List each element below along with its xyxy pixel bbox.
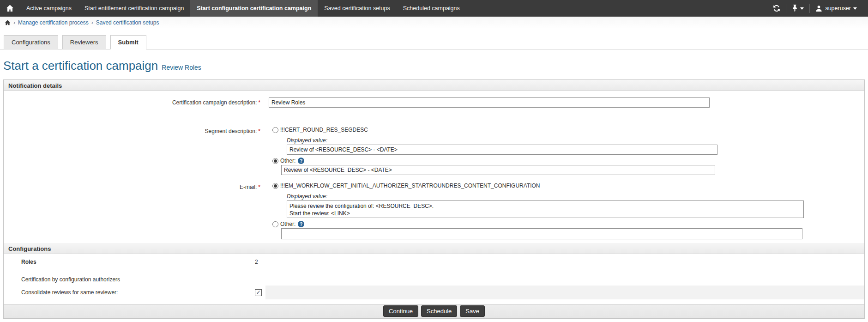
certification-by-row: Certification by configuration authorize… — [4, 273, 864, 286]
email-other-label: Other: — [280, 221, 295, 227]
breadcrumb-home-link[interactable] — [5, 20, 11, 25]
roles-label: Roles — [4, 259, 255, 265]
breadcrumb: › Manage certification process › Saved c… — [0, 17, 868, 29]
tab-bar: Configurations Reviewers Submit — [0, 35, 868, 49]
pin-icon — [792, 5, 798, 12]
email-displayed-value-textarea: Please review the configuration of: <RES… — [287, 200, 804, 218]
app-topnav: Active campaigns Start entitlement certi… — [0, 0, 868, 17]
segment-displayed-value-label: Displayed value: — [287, 137, 864, 144]
notification-details-form: Certification campaign description:* Seg… — [4, 91, 864, 243]
campaign-description-input[interactable] — [269, 97, 710, 108]
segment-description-row: Segment description:* !!!CERT_ROUND_RES_… — [4, 126, 864, 175]
email-row: E-mail:* !!!EM_WORKFLOW_CERT_INITIAL_AUT… — [4, 182, 864, 239]
user-icon — [815, 5, 822, 12]
tab-submit[interactable]: Submit — [110, 35, 146, 49]
refresh-icon — [773, 5, 780, 12]
consolidate-label: Consolidate reviews for same reviewer: — [4, 289, 255, 296]
campaign-description-label: Certification campaign description:* — [4, 97, 269, 108]
segment-description-label: Segment description:* — [4, 126, 269, 175]
breadcrumb-link-manage-certification[interactable]: Manage certification process — [18, 19, 89, 26]
campaign-description-row: Certification campaign description:* — [4, 97, 864, 108]
email-other-radio[interactable] — [272, 221, 278, 227]
title-row: Start a certification campaign Review Ro… — [3, 59, 868, 73]
row-spacer — [4, 299, 864, 304]
segment-other-radio[interactable] — [272, 158, 278, 164]
nav-item-start-configuration-campaign[interactable]: Start configuration certification campai… — [190, 0, 318, 17]
home-icon — [6, 5, 14, 12]
notification-details-section-header: Notification details — [4, 80, 864, 91]
email-key-radio[interactable] — [272, 183, 278, 189]
roles-row: Roles 2 — [4, 254, 864, 270]
schedule-button[interactable]: Schedule — [421, 305, 457, 317]
email-other-option-row: Other: ? — [272, 220, 864, 228]
segment-displayed-value-input — [287, 145, 717, 155]
nav-item-start-entitlement-campaign[interactable]: Start entitlement certification campaign — [78, 0, 190, 17]
consolidate-checkbox[interactable] — [255, 289, 262, 296]
email-other-input[interactable] — [281, 228, 802, 239]
certification-by-authorizers-label: Certification by configuration authorize… — [4, 276, 255, 283]
configurations-block: Roles 2 Certification by configuration a… — [4, 254, 864, 304]
segment-key-option-label: !!!CERT_ROUND_RES_SEGDESC — [280, 127, 368, 133]
save-button[interactable]: Save — [460, 305, 485, 317]
consolidate-row: Consolidate reviews for same reviewer: — [4, 286, 864, 299]
chevron-down-icon — [853, 7, 857, 10]
tab-configurations[interactable]: Configurations — [4, 35, 58, 49]
pin-menu-button[interactable] — [786, 0, 809, 17]
help-icon[interactable]: ? — [298, 221, 304, 227]
home-button[interactable] — [0, 0, 20, 17]
row-spacer — [4, 270, 864, 273]
required-asterisk: * — [258, 184, 260, 190]
segment-key-option-row: !!!CERT_ROUND_RES_SEGDESC — [272, 126, 864, 134]
nav-item-scheduled-campaigns[interactable]: Scheduled campaigns — [397, 0, 466, 17]
roles-count: 2 — [255, 259, 258, 265]
action-button-bar: Continue Schedule Save — [4, 304, 864, 318]
user-menu-button[interactable]: superuser — [810, 0, 862, 17]
breadcrumb-link-saved-setups[interactable]: Saved certification setups — [96, 19, 159, 26]
continue-button[interactable]: Continue — [383, 305, 418, 317]
campaign-form-panel: Notification details Certification campa… — [3, 79, 865, 319]
email-displayed-value-label: Displayed value: — [287, 193, 864, 200]
required-asterisk: * — [258, 128, 260, 134]
help-icon[interactable]: ? — [298, 158, 304, 164]
segment-key-radio[interactable] — [272, 127, 278, 133]
page-title: Start a certification campaign — [3, 59, 158, 73]
row-stripe — [265, 286, 864, 299]
breadcrumb-separator: › — [13, 19, 15, 26]
chevron-down-icon — [800, 7, 804, 10]
segment-other-input[interactable] — [281, 165, 715, 175]
breadcrumb-separator: › — [91, 19, 93, 26]
topnav-right: superuser — [767, 0, 868, 17]
breadcrumb-home-icon — [5, 20, 11, 25]
email-label: E-mail:* — [4, 182, 269, 239]
email-key-option-row: !!!EM_WORKFLOW_CERT_INITIAL_AUTHORIZER_S… — [272, 182, 864, 189]
page-subtitle: Review Roles — [162, 64, 201, 71]
username-label: superuser — [825, 5, 851, 12]
tab-reviewers[interactable]: Reviewers — [62, 35, 106, 49]
nav-item-active-campaigns[interactable]: Active campaigns — [20, 0, 78, 17]
refresh-button[interactable] — [767, 0, 786, 17]
required-asterisk: * — [258, 99, 260, 106]
email-key-option-label: !!!EM_WORKFLOW_CERT_INITIAL_AUTHORIZER_S… — [280, 182, 540, 189]
nav-item-saved-certification-setups[interactable]: Saved certification setups — [318, 0, 396, 17]
segment-other-label: Other: — [280, 158, 295, 164]
segment-other-option-row: Other: ? — [272, 157, 864, 164]
configurations-section-header: Configurations — [4, 243, 864, 254]
